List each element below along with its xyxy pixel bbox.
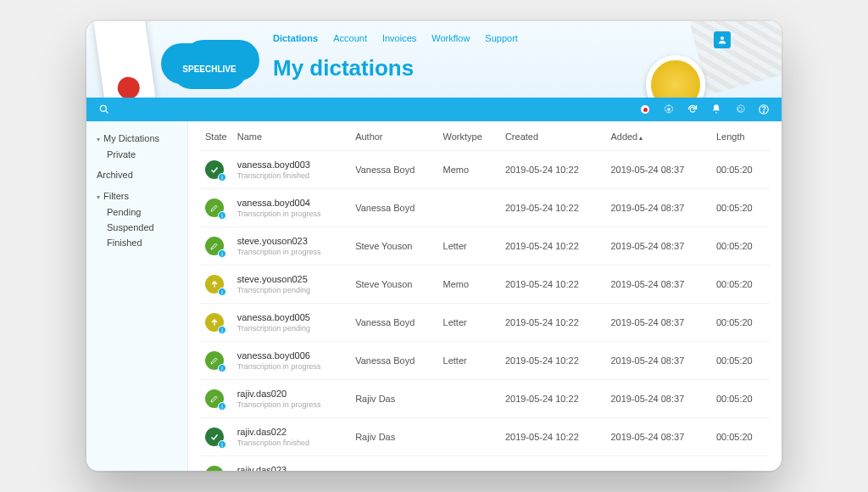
table-row[interactable]: ivanessa.boyd005Transcription pendingVan…: [200, 304, 770, 342]
row-name: rajiv.das023: [237, 465, 345, 471]
sidebar-group-my-dictations[interactable]: My Dictations: [86, 130, 187, 147]
row-created: 2019-05-24 10:22: [500, 227, 606, 266]
info-dot-icon: i: [218, 249, 226, 258]
nav-link-dictations[interactable]: Dictations: [273, 33, 318, 43]
svg-point-0: [721, 36, 724, 40]
nav-links: DictationsAccountInvoicesWorkflowSupport: [273, 33, 518, 43]
row-created: 2019-05-24 10:22: [500, 456, 606, 472]
row-author: Rajiv Das: [350, 456, 437, 472]
refresh-icon[interactable]: [687, 103, 698, 115]
brand-logo: SPEECHLIVE: [171, 48, 248, 89]
row-worktype: [438, 189, 500, 227]
table-row[interactable]: ivanessa.boyd004Transcription in progres…: [200, 189, 770, 227]
help-icon[interactable]: [758, 103, 770, 115]
row-created: 2019-05-24 10:22: [500, 266, 606, 304]
row-worktype: Letter: [438, 342, 500, 380]
table-row[interactable]: isteve.youson023Transcription in progres…: [200, 227, 770, 266]
row-worktype: Memo: [438, 456, 500, 472]
sidebar-item-finished[interactable]: Finished: [86, 235, 187, 250]
nav-link-workflow[interactable]: Workflow: [431, 33, 470, 43]
table-row[interactable]: ivanessa.boyd003Transcription finishedVa…: [200, 151, 770, 189]
state-pending-icon: i: [205, 275, 224, 294]
info-dot-icon: i: [218, 402, 226, 411]
info-dot-icon: i: [218, 173, 226, 182]
row-name: steve.youson025: [237, 274, 345, 284]
col-length[interactable]: Length: [711, 121, 770, 151]
table-row[interactable]: isteve.youson025Transcription pendingSte…: [200, 266, 770, 304]
row-name: vanessa.boyd005: [237, 312, 345, 322]
row-author: Vanessa Boyd: [350, 304, 437, 342]
row-author: Steve Youson: [350, 227, 437, 266]
row-name: rajiv.das022: [237, 427, 345, 437]
row-added: 2019-05-24 08:37: [605, 418, 711, 456]
row-worktype: Memo: [438, 266, 500, 304]
row-author: Steve Youson: [350, 266, 437, 304]
sidebar-item-suspended[interactable]: Suspended: [86, 220, 187, 235]
sidebar: My DictationsPrivateArchivedFiltersPendi…: [86, 121, 188, 471]
row-state-label: Transcription finished: [237, 171, 345, 180]
row-worktype: Letter: [438, 227, 500, 266]
col-created[interactable]: Created: [500, 121, 606, 151]
sidebar-item-pending[interactable]: Pending: [86, 204, 187, 220]
record-icon[interactable]: [639, 103, 651, 115]
table-row[interactable]: ivanessa.boyd006Transcription in progres…: [200, 342, 770, 380]
row-state-label: Transcription in progress: [237, 362, 345, 371]
sidebar-item-archived[interactable]: Archived: [86, 167, 187, 182]
row-name: steve.youson023: [237, 236, 345, 246]
toolbar: [86, 98, 782, 121]
row-length: 00:05:20: [711, 266, 770, 304]
svg-line-2: [106, 111, 108, 114]
row-worktype: [438, 380, 500, 418]
page-title: My dictations: [273, 55, 414, 81]
search-icon[interactable]: [98, 103, 110, 115]
col-state[interactable]: State: [200, 121, 232, 151]
svg-point-3: [667, 108, 670, 111]
col-author[interactable]: Author: [350, 121, 437, 151]
settings-gear-icon[interactable]: [663, 103, 675, 115]
bell-icon[interactable]: [710, 103, 722, 115]
row-added: 2019-05-24 08:37: [605, 456, 711, 472]
col-added[interactable]: Added: [605, 121, 711, 151]
state-progress-icon: i: [205, 351, 224, 370]
row-state-label: Transcription pending: [237, 324, 345, 333]
table-row[interactable]: irajiv.das022Transcription finishedRajiv…: [200, 418, 770, 456]
dictations-table: StateNameAuthorWorktypeCreatedAddedLengt…: [200, 121, 770, 471]
row-length: 00:05:20: [711, 418, 770, 456]
row-length: 00:05:20: [711, 342, 770, 380]
content: StateNameAuthorWorktypeCreatedAddedLengt…: [188, 121, 782, 471]
row-added: 2019-05-24 08:37: [605, 342, 711, 380]
row-length: 00:05:20: [711, 151, 770, 189]
row-added: 2019-05-24 08:37: [605, 380, 711, 418]
sidebar-group-filters[interactable]: Filters: [86, 187, 187, 204]
row-worktype: Letter: [438, 304, 500, 342]
header: SPEECHLIVE DictationsAccountInvoicesWork…: [86, 21, 782, 98]
nav-link-invoices[interactable]: Invoices: [382, 33, 416, 43]
nav-link-account[interactable]: Account: [333, 33, 367, 43]
row-name: vanessa.boyd006: [237, 350, 345, 361]
table-row[interactable]: irajiv.das020Transcription in progressRa…: [200, 380, 770, 418]
row-added: 2019-05-24 08:37: [605, 189, 711, 227]
user-badge[interactable]: [714, 31, 731, 48]
state-progress-icon: i: [205, 198, 224, 217]
row-state-label: Transcription finished: [237, 439, 345, 447]
svg-point-1: [100, 105, 106, 111]
row-state-label: Transcription in progress: [237, 210, 345, 218]
state-finished-icon: i: [205, 160, 224, 179]
row-author: Rajiv Das: [350, 380, 437, 418]
svg-point-5: [764, 111, 765, 112]
main: My DictationsPrivateArchivedFiltersPendi…: [86, 121, 782, 471]
nav-link-support[interactable]: Support: [485, 33, 518, 43]
user-icon: [717, 35, 727, 45]
row-name: vanessa.boyd003: [237, 159, 345, 170]
row-name: rajiv.das020: [237, 389, 345, 399]
table-row[interactable]: irajiv.das023Transcription in progressRa…: [200, 456, 770, 472]
col-worktype[interactable]: Worktype: [438, 121, 500, 151]
col-name[interactable]: Name: [232, 121, 350, 151]
row-author: Vanessa Boyd: [350, 189, 437, 227]
gear-icon[interactable]: [734, 103, 746, 115]
row-state-label: Transcription in progress: [237, 400, 345, 409]
sidebar-item-private[interactable]: Private: [86, 147, 187, 162]
row-length: 00:05:20: [711, 380, 770, 418]
state-pending-icon: i: [205, 313, 224, 332]
cup-decoration: [646, 55, 705, 98]
